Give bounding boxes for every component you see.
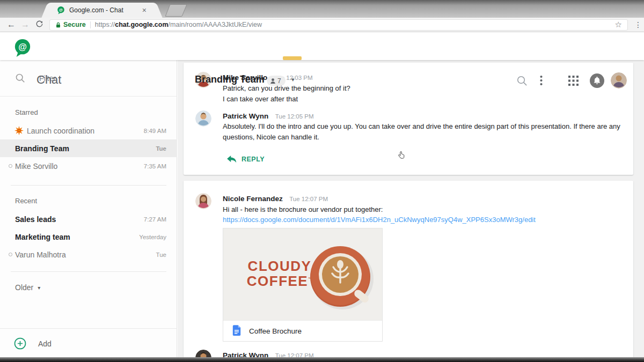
sidebar-item-varun-malhotra[interactable]: Varun Malhotra Tue [0, 246, 177, 263]
message-card: Nicole Fernandez Tue 12:07 PM Hi all - h… [184, 181, 633, 362]
sidebar-item-mike-sorvillo[interactable]: Mike Sorvillo 7:35 AM [0, 157, 177, 175]
app-name: Chat [36, 73, 61, 87]
item-time: Tue [156, 145, 166, 152]
secure-label: Secure [63, 21, 86, 28]
sidebar-item-branding-team[interactable]: Branding Team Tue [0, 139, 177, 157]
app-header: @ Chat Branding Team 7 ▾ [0, 32, 644, 60]
room-name: Launch coordination [27, 127, 94, 135]
item-time: Yesterday [139, 234, 166, 240]
message-text: Absolutely. I'll do the intro and cue yo… [223, 121, 621, 143]
url-field[interactable]: Secure https://chat.google.com/main/room… [49, 19, 628, 31]
reply-label: REPLY [241, 156, 265, 163]
presence-ring-icon [9, 164, 12, 168]
item-time: 8:49 AM [144, 128, 166, 134]
forward-icon[interactable]: → [18, 20, 32, 29]
message-text: I can take over after that [223, 94, 298, 105]
browser-tab[interactable]: @ Google.com - Chat × [52, 3, 152, 18]
message-text: Hi all - here is the brochure our vendor… [223, 204, 383, 215]
sidebar-item-sales-leads[interactable]: Sales leads 7:27 AM [0, 210, 177, 228]
attachment-title: Coffee Brochure [249, 327, 302, 335]
brand-line1: CLOUDY [248, 258, 312, 274]
screen: @ Google.com - Chat × ← → Secure https:/… [0, 0, 644, 362]
sidebar-item-marketing-team[interactable]: Marketing team Yesterday [0, 228, 177, 246]
url-scheme: https:// [95, 21, 115, 28]
filter-row [0, 60, 177, 97]
room-menu-caret-icon[interactable]: ▾ [291, 76, 295, 83]
room-name: Sales leads [15, 215, 56, 224]
avatar-patrick-wynn [195, 110, 211, 127]
attachment-card[interactable]: CLOUDY COFFEE™ [223, 228, 383, 342]
room-title: Branding Team [195, 74, 265, 85]
author-name: Nicole Fernandez [223, 195, 283, 203]
svg-text:@: @ [59, 8, 63, 12]
item-time: Tue [156, 252, 166, 258]
attachment-preview-image: CLOUDY COFFEE™ [223, 228, 382, 320]
add-row: Add [0, 328, 177, 358]
browser-address-bar: ← → Secure https://chat.google.com/main/… [0, 18, 644, 32]
url-separator [90, 21, 91, 28]
url-host: chat.google.com [115, 21, 168, 28]
message-time: Tue 12:05 PM [275, 113, 314, 120]
new-tab-button[interactable] [165, 4, 187, 17]
coffee-cup-image [303, 234, 378, 316]
lock-icon [55, 21, 61, 28]
bookmark-star-icon[interactable]: ☆ [615, 20, 622, 29]
url-path: /main/room/AAAA3JktUkE/view [169, 21, 262, 28]
brand-line2: COFFEE [247, 273, 308, 289]
tab-close-icon[interactable]: × [141, 6, 148, 14]
sidebar: Starred Launch coordination 8:49 AM Bran… [0, 60, 177, 358]
member-person-icon [270, 78, 276, 84]
reply-arrow-icon [227, 155, 237, 164]
filter-search-icon [15, 73, 25, 83]
sidebar-divider [11, 271, 166, 272]
hand-cursor-icon [398, 151, 405, 162]
overflow-icon[interactable] [540, 75, 543, 86]
apps-grid-icon[interactable] [568, 76, 579, 88]
browser-tab-strip: @ Google.com - Chat × [0, 0, 644, 18]
sidebar-item-launch-coordination[interactable]: Launch coordination 8:49 AM [0, 122, 177, 139]
older-caret-icon: ▾ [38, 285, 40, 291]
reload-icon[interactable] [32, 20, 46, 30]
sidebar-divider [11, 185, 166, 186]
attachment-footer[interactable]: Coffee Brochure [223, 320, 382, 341]
chat-logo-icon: @ [13, 38, 32, 60]
document-link[interactable]: https://docs.google.com/document/d/1VmAF… [223, 216, 536, 224]
member-count-pill[interactable]: 7 [267, 76, 286, 86]
secure-chip: Secure [55, 21, 86, 28]
avatar-nicole-fernandez [195, 193, 211, 209]
docs-file-icon [232, 325, 241, 337]
search-icon[interactable] [516, 75, 528, 88]
add-plus-icon[interactable] [14, 337, 26, 350]
room-name: Branding Team [15, 144, 69, 153]
presence-ring-icon [9, 253, 12, 256]
contact-name: Varun Malhotra [15, 250, 66, 259]
older-toggle[interactable]: Older ▾ [15, 283, 40, 292]
chat-panel: Mike Sorvillo Tue 12:03 PM Patrick, can … [178, 60, 644, 362]
starburst-icon [14, 126, 24, 135]
svg-text:@: @ [18, 42, 27, 51]
tab-title: Google.com - Chat [69, 6, 141, 14]
starred-section-label: Starred [15, 108, 38, 116]
item-time: 7:27 AM [144, 216, 166, 223]
older-label: Older [15, 283, 33, 292]
add-label[interactable]: Add [38, 339, 52, 348]
author-name: Patrick Wynn [223, 112, 268, 120]
browser-menu-icon[interactable]: ⋮ [633, 24, 643, 26]
back-icon[interactable]: ← [4, 20, 18, 29]
recent-section-label: Recent [15, 197, 37, 205]
video-letterbox-bar [0, 357, 644, 362]
member-count: 7 [277, 77, 281, 85]
user-avatar[interactable] [611, 72, 627, 88]
tab-favicon-chat-logo-icon: @ [57, 6, 65, 14]
reply-button[interactable]: REPLY [227, 155, 265, 164]
room-name: Marketing team [15, 233, 70, 241]
contact-name: Mike Sorvillo [15, 162, 57, 171]
bell-icon[interactable] [590, 73, 604, 90]
message-time: Tue 12:07 PM [289, 196, 328, 202]
item-time: 7:35 AM [144, 163, 166, 169]
scrolled-highlight-fragment [283, 56, 302, 60]
